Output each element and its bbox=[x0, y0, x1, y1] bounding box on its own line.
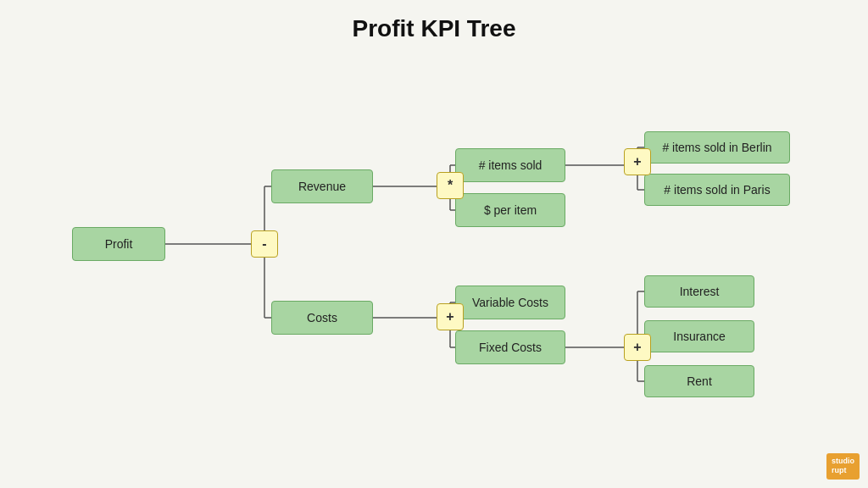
berlin-node: # items sold in Berlin bbox=[644, 131, 790, 164]
minus-symbol: - bbox=[262, 236, 266, 252]
interest-node: Interest bbox=[644, 275, 754, 308]
revenue-label: Revenue bbox=[298, 180, 346, 193]
plus-costs-operator: + bbox=[437, 303, 464, 330]
costs-node: Costs bbox=[271, 301, 373, 335]
profit-label: Profit bbox=[105, 237, 133, 251]
minus-operator: - bbox=[251, 230, 278, 258]
logo-line2: rupt bbox=[832, 466, 854, 476]
items-sold-label: # items sold bbox=[479, 158, 542, 172]
logo-line1: studio bbox=[832, 457, 854, 467]
variable-costs-label: Variable Costs bbox=[472, 296, 548, 309]
variable-costs-node: Variable Costs bbox=[455, 286, 565, 319]
insurance-label: Insurance bbox=[673, 330, 725, 343]
paris-node: # items sold in Paris bbox=[644, 174, 790, 206]
costs-label: Costs bbox=[307, 311, 337, 324]
fixed-costs-label: Fixed Costs bbox=[479, 341, 542, 354]
per-item-label: $ per item bbox=[484, 203, 537, 217]
berlin-label: # items sold in Berlin bbox=[662, 141, 771, 154]
profit-node: Profit bbox=[72, 227, 165, 261]
plus-fixed-operator: + bbox=[624, 334, 651, 361]
mult-symbol: * bbox=[448, 178, 453, 193]
multiply-operator: * bbox=[437, 172, 464, 199]
revenue-node: Revenue bbox=[271, 169, 373, 203]
studio-rupt-logo: studio rupt bbox=[826, 453, 860, 480]
interest-label: Interest bbox=[680, 285, 720, 298]
paris-label: # items sold in Paris bbox=[664, 183, 770, 197]
per-item-node: $ per item bbox=[455, 193, 565, 227]
items-sold-node: # items sold bbox=[455, 148, 565, 182]
rent-node: Rent bbox=[644, 365, 754, 397]
plus-costs-symbol: + bbox=[446, 309, 453, 324]
plus-items-operator: + bbox=[624, 148, 651, 175]
plus-items-symbol: + bbox=[633, 154, 641, 169]
fixed-costs-node: Fixed Costs bbox=[455, 330, 565, 364]
insurance-node: Insurance bbox=[644, 320, 754, 352]
plus-fixed-symbol: + bbox=[633, 340, 641, 355]
page-title: Profit KPI Tree bbox=[0, 0, 868, 42]
rent-label: Rent bbox=[687, 374, 712, 388]
